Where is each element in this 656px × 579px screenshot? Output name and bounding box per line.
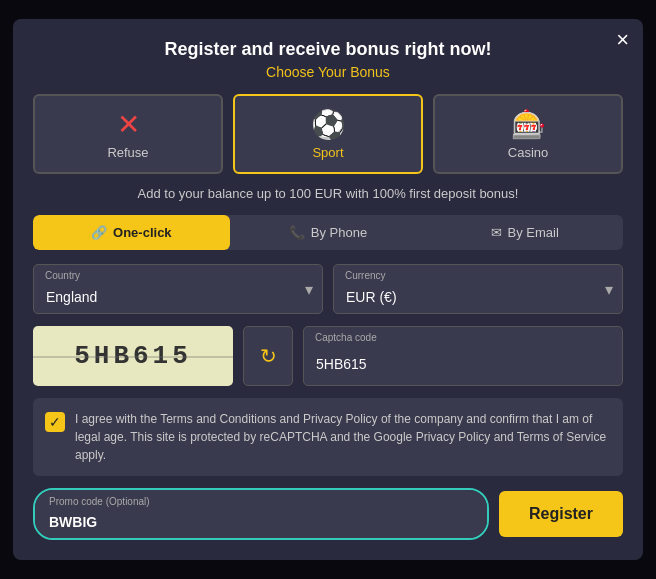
agree-text: I agree with the Terms and Conditions an… <box>75 410 611 464</box>
modal: × Register and receive bonus right now! … <box>13 19 643 560</box>
tab-one-click[interactable]: 🔗 One-click <box>33 215 230 250</box>
modal-subtitle: Choose Your Bonus <box>33 64 623 80</box>
sport-icon: ⚽ <box>243 108 413 141</box>
one-click-label: One-click <box>113 225 172 240</box>
promo-register-row: Promo code (Optional) Register <box>33 488 623 540</box>
modal-overlay: × Register and receive bonus right now! … <box>0 0 656 579</box>
registration-tabs: 🔗 One-click 📞 By Phone ✉ By Email <box>33 215 623 250</box>
one-click-icon: 🔗 <box>91 225 107 240</box>
agree-checkbox[interactable]: ✓ <box>45 412 65 432</box>
refuse-label: Refuse <box>107 145 148 160</box>
register-button[interactable]: Register <box>499 491 623 537</box>
close-button[interactable]: × <box>616 29 629 51</box>
promo-label: Promo code (Optional) <box>49 496 150 507</box>
captcha-image: 5HB615 <box>33 326 233 386</box>
captcha-refresh-button[interactable]: ↻ <box>243 326 293 386</box>
bonus-option-refuse[interactable]: ✕ Refuse <box>33 94 223 174</box>
captcha-input-group: Captcha code <box>303 326 623 386</box>
currency-label: Currency <box>345 270 386 281</box>
email-icon: ✉ <box>491 225 502 240</box>
casino-label: Casino <box>508 145 548 160</box>
currency-group: Currency EUR (€) ▾ <box>333 264 623 314</box>
bonus-options: ✕ Refuse ⚽ Sport 🎰 Casino <box>33 94 623 174</box>
tab-by-email[interactable]: ✉ By Email <box>426 215 623 250</box>
form-row-country-currency: Country England ▾ Currency EUR (€) ▾ <box>33 264 623 314</box>
by-email-label: By Email <box>508 225 559 240</box>
bonus-option-sport[interactable]: ⚽ Sport <box>233 94 423 174</box>
tab-by-phone[interactable]: 📞 By Phone <box>230 215 427 250</box>
refuse-icon: ✕ <box>43 108 213 141</box>
country-label: Country <box>45 270 80 281</box>
refresh-icon: ↻ <box>260 344 277 368</box>
modal-title: Register and receive bonus right now! <box>33 39 623 60</box>
by-phone-label: By Phone <box>311 225 367 240</box>
bonus-description: Add to your balance up to 100 EUR with 1… <box>33 186 623 201</box>
casino-icon: 🎰 <box>443 108 613 141</box>
agree-row: ✓ I agree with the Terms and Conditions … <box>33 398 623 476</box>
sport-label: Sport <box>312 145 343 160</box>
country-group: Country England ▾ <box>33 264 323 314</box>
captcha-image-text: 5HB615 <box>74 341 192 371</box>
captcha-label: Captcha code <box>315 332 377 343</box>
promo-group: Promo code (Optional) <box>33 488 489 540</box>
bonus-option-casino[interactable]: 🎰 Casino <box>433 94 623 174</box>
phone-icon: 📞 <box>289 225 305 240</box>
captcha-row: 5HB615 ↻ Captcha code <box>33 326 623 386</box>
